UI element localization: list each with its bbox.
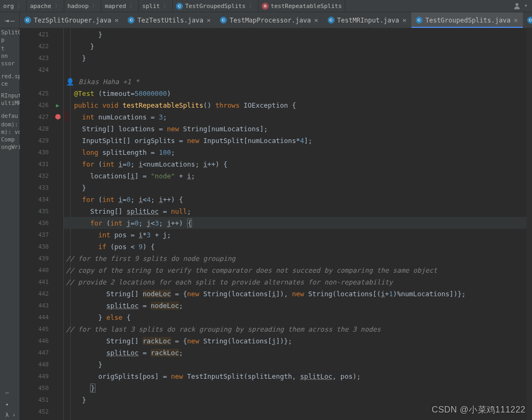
tab-tezsplitgrouper[interactable]: TezSplitGrouper.java× [20, 12, 123, 28]
breadcrumb-item-hadoop[interactable]: hadoop〉 [64, 0, 102, 12]
structure-item[interactable]: ssor [0, 59, 19, 67]
gutter-marker-cell[interactable] [52, 158, 63, 170]
structure-item[interactable]: ultiMR [0, 99, 19, 107]
gutter-marker-cell[interactable] [52, 64, 63, 76]
structure-item[interactable]: dom): [0, 121, 19, 128]
gutter-marker-cell[interactable] [52, 111, 63, 123]
gutter-marker-cell[interactable] [52, 288, 63, 299]
hide-panel-icon[interactable]: — [10, 16, 14, 25]
code-line[interactable]: // for the last 3 splits do rack groupin… [64, 323, 527, 335]
code-line[interactable]: } [64, 358, 527, 370]
code-line[interactable]: } [64, 394, 527, 406]
gutter-marker-cell[interactable] [52, 217, 63, 229]
code-line[interactable]: // provide 2 locations for each split to… [64, 276, 527, 288]
avatar[interactable]: ▾ [509, 2, 532, 10]
close-icon[interactable]: × [114, 16, 120, 24]
code-line[interactable]: String[] rackLoc = {new String(locations… [64, 335, 527, 347]
code-line[interactable]: for (int j=0; j<3; j++) { [64, 217, 527, 229]
structure-item[interactable]: ce [0, 80, 19, 87]
close-icon[interactable]: × [206, 16, 211, 24]
gutter-marker-cell[interactable] [52, 40, 63, 52]
gear-icon[interactable]: ✦ [5, 401, 9, 407]
code-line[interactable]: int pos = i*3 + j; [64, 229, 527, 241]
editor[interactable]: 4214224234244254264274284294304314324334… [20, 28, 532, 420]
close-icon[interactable]: × [314, 16, 319, 24]
structure-item[interactable]: defau [0, 112, 19, 119]
tab-testmapprocessor[interactable]: TestMapProcessor.java× [216, 12, 323, 28]
gutter-marker-cell[interactable] [52, 358, 63, 370]
gutter-marker-cell[interactable] [52, 335, 63, 347]
code-line[interactable]: int numLocations = 3; [64, 111, 69, 123]
code-line[interactable]: } [64, 28, 527, 40]
code-line[interactable]: String[] nodeLoc = {new String(locations… [64, 288, 527, 299]
lambda-icon[interactable]: λ › [5, 411, 16, 418]
code-line[interactable]: String[] locations = new String[numLocat… [64, 123, 527, 134]
code-line[interactable]: long splitLength = 100; [64, 146, 527, 158]
breadcrumb-item-org[interactable]: org〉 [0, 0, 27, 12]
code-line[interactable]: public void testRepeatableSplits() throw… [64, 99, 527, 111]
gutter-marker-cell[interactable] [52, 76, 63, 87]
gutter-marker-cell[interactable] [52, 382, 63, 394]
gutter-marker-cell[interactable] [52, 241, 63, 252]
structure-item[interactable]: SplitG [0, 28, 19, 36]
code-line[interactable]: // copy of the string to verify the comp… [64, 264, 527, 276]
structure-item[interactable]: m): voi [0, 128, 19, 136]
close-icon[interactable]: × [402, 16, 407, 24]
run-icon[interactable]: ▶ [56, 102, 59, 108]
code-line[interactable]: for (int i=0; i<4; i++) { [64, 193, 527, 205]
gutter-marker-cell[interactable] [52, 406, 63, 417]
gutter-marker-cell[interactable] [52, 347, 63, 358]
gutter-marker-cell[interactable] [52, 87, 63, 99]
gutter-marker-cell[interactable] [52, 146, 63, 158]
breakpoint-icon[interactable] [55, 114, 61, 119]
tab-teztestutils[interactable]: TezTestUtils.java× [123, 12, 216, 28]
gutter-marker-cell[interactable] [52, 394, 63, 406]
structure-item[interactable]: red.sp [0, 72, 19, 80]
code-line[interactable] [64, 64, 527, 76]
code-line[interactable]: 👤 Bikas Haha +1 * [64, 76, 527, 87]
code-line[interactable]: locations[i] = "node" + i; [64, 170, 527, 182]
code-line[interactable]: } [64, 40, 527, 52]
structure-item[interactable]: Comp [0, 136, 19, 143]
breadcrumb-item-split[interactable]: split〉 [138, 0, 173, 12]
close-icon[interactable]: × [513, 16, 519, 24]
code-area[interactable]: } } }👤 Bikas Haha +1 * @Test (timeout=50… [64, 28, 527, 420]
structure-item[interactable]: t [0, 44, 19, 52]
structure-item[interactable]: ongWri [0, 143, 19, 151]
gutter-marker-cell[interactable] [52, 299, 63, 311]
collapse-panel-icon[interactable]: ⇥ [5, 16, 9, 25]
code-line[interactable]: } [64, 52, 527, 64]
code-line[interactable]: } [64, 182, 527, 193]
tab-testmrinput[interactable]: TestMRInput.java× [323, 12, 411, 28]
breadcrumb-item-method[interactable]: testRepeatableSplits [258, 0, 345, 12]
code-line[interactable]: @Test (timeout=50000000) [64, 87, 527, 99]
structure-item[interactable]: on [0, 52, 19, 59]
gutter-marker-cell[interactable] [52, 276, 63, 288]
structure-panel[interactable]: SplitGptonssorred.spceRInputultiMRdefaud… [0, 28, 20, 420]
gutter-marker-cell[interactable] [52, 182, 63, 193]
code-line[interactable]: } else { [64, 311, 527, 323]
gutter-marker-cell[interactable] [52, 264, 63, 276]
code-line[interactable]: splitLoc = nodeLoc; [64, 299, 527, 311]
code-line[interactable]: InputSplit[] origSplits = new InputSplit… [64, 134, 527, 146]
gutter-marker-cell[interactable] [52, 170, 63, 182]
gutter-marker-cell[interactable] [52, 229, 63, 241]
gutter-marker-cell[interactable] [52, 252, 63, 264]
tab-testgroupedsplits[interactable]: TestGroupedSplits.java× [411, 12, 523, 28]
breadcrumb-item-class[interactable]: TestGroupedSplits〉 [172, 0, 258, 12]
gutter-marker-cell[interactable] [52, 323, 63, 335]
code-line[interactable]: for (int i=0; i<numLocations; i++) { [64, 158, 527, 170]
gutter-marker-cell[interactable] [52, 134, 63, 146]
scrollbar[interactable] [527, 28, 532, 420]
gutter-marker-cell[interactable] [52, 205, 63, 217]
gutter-marker-cell[interactable] [52, 311, 63, 323]
code-line[interactable]: splitLoc = rackLoc; [64, 347, 527, 358]
code-line[interactable]: if (pos < 9) { [64, 241, 527, 252]
gutter-marker-cell[interactable] [52, 123, 63, 134]
code-line[interactable]: String[] splitLoc = null; [64, 205, 527, 217]
structure-item[interactable]: p [0, 36, 19, 43]
tab-tezclient[interactable]: TezClient.java× [523, 12, 532, 28]
gutter-marker-cell[interactable] [52, 193, 63, 205]
breadcrumb-item-apache[interactable]: apache〉 [26, 0, 64, 12]
code-line[interactable]: } [64, 382, 527, 394]
